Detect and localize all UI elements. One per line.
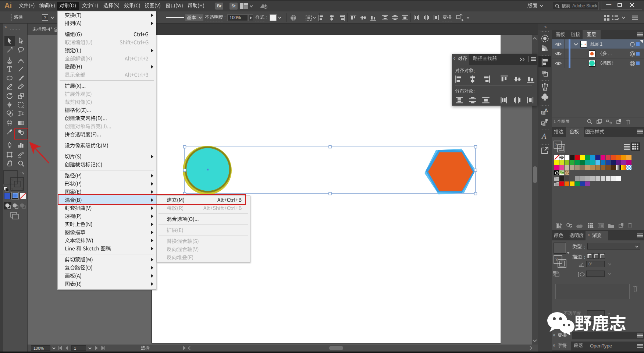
svg-text:?: ?	[21, 187, 23, 191]
svg-text:A: A	[544, 107, 548, 113]
svg-text:?: ?	[21, 178, 23, 182]
svg-text:?: ?	[555, 257, 558, 261]
svg-text:?: ?	[11, 187, 13, 191]
svg-text:?: ?	[11, 178, 13, 182]
svg-text:?: ?	[9, 182, 11, 186]
svg-text:?: ?	[560, 148, 562, 151]
svg-text:A: A	[541, 132, 547, 140]
svg-text:?: ?	[555, 143, 557, 147]
